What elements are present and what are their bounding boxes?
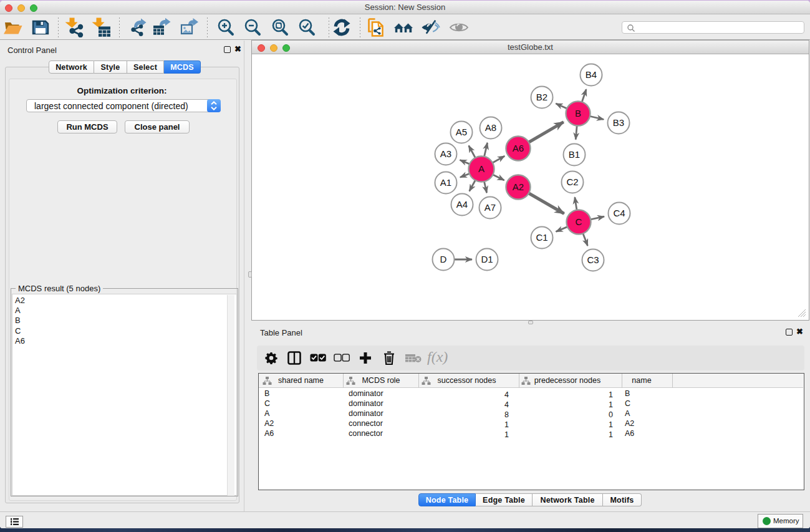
svg-text:D: D <box>440 254 447 264</box>
svg-text:B2: B2 <box>536 92 547 102</box>
svg-text:B: B <box>575 108 581 118</box>
svg-text:D1: D1 <box>481 254 493 264</box>
svg-text:A6: A6 <box>513 143 524 153</box>
svg-text:A8: A8 <box>485 122 496 133</box>
svg-text:C1: C1 <box>536 232 547 243</box>
svg-text:C2: C2 <box>566 177 578 187</box>
svg-text:C: C <box>576 216 582 227</box>
svg-text:A: A <box>478 163 485 174</box>
svg-text:B3: B3 <box>613 117 624 128</box>
svg-text:A7: A7 <box>485 202 496 213</box>
svg-text:B1: B1 <box>569 149 580 160</box>
svg-text:C4: C4 <box>613 208 625 218</box>
svg-text:C3: C3 <box>587 254 599 265</box>
svg-text:A4: A4 <box>456 199 468 210</box>
svg-text:A2: A2 <box>513 181 524 192</box>
svg-text:B4: B4 <box>586 69 597 80</box>
svg-text:A3: A3 <box>440 148 451 159</box>
svg-text:A1: A1 <box>440 177 451 188</box>
svg-text:A5: A5 <box>456 127 467 137</box>
